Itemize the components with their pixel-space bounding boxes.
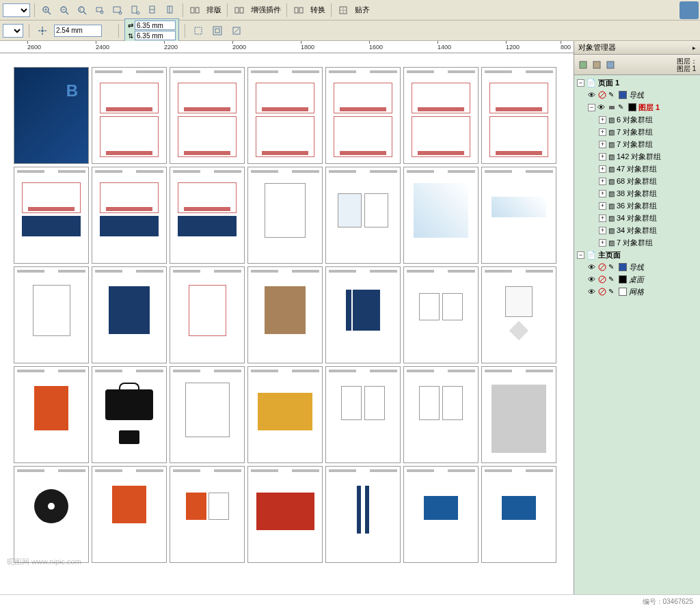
tree-group[interactable]: +▧47 对象群组 bbox=[576, 163, 699, 175]
panel-title-bar[interactable]: 对象管理器 ▸ bbox=[574, 41, 700, 55]
zoom-out-icon[interactable] bbox=[57, 3, 72, 18]
tree-grid[interactable]: 👁✎网格 bbox=[576, 286, 699, 298]
thumb-page[interactable] bbox=[170, 67, 245, 164]
expand-icon[interactable]: + bbox=[599, 190, 606, 197]
collapse-icon[interactable]: − bbox=[577, 251, 584, 259]
tree-group[interactable]: +▧7 对象群组 bbox=[576, 126, 699, 138]
color-swatch[interactable] bbox=[619, 288, 627, 296]
convert-menu-icon[interactable] bbox=[291, 3, 306, 18]
snap-label[interactable]: 贴齐 bbox=[355, 5, 370, 15]
pencil-icon[interactable]: ✎ bbox=[608, 288, 617, 296]
thumb-page[interactable] bbox=[325, 167, 401, 264]
expand-icon[interactable]: + bbox=[599, 116, 606, 124]
noprint-icon[interactable] bbox=[598, 275, 606, 284]
plugin-menu-icon[interactable] bbox=[232, 3, 247, 18]
eye-icon[interactable]: 👁 bbox=[588, 288, 596, 296]
tree-group[interactable]: +▧7 对象群组 bbox=[576, 236, 699, 249]
collapse-icon[interactable]: − bbox=[588, 104, 595, 111]
thumb-page[interactable] bbox=[403, 266, 479, 363]
color-swatch[interactable] bbox=[619, 263, 627, 271]
tree-page1[interactable]: −📄页面 1 bbox=[576, 77, 699, 89]
tree-group[interactable]: +▧34 对象群组 bbox=[576, 212, 699, 224]
tree-group[interactable]: +▧6 对象群组 bbox=[576, 113, 699, 126]
thumb-page[interactable] bbox=[14, 167, 89, 264]
zoom-100-icon[interactable]: 1 bbox=[75, 3, 90, 18]
thumb-page[interactable] bbox=[247, 67, 323, 164]
expand-icon[interactable]: + bbox=[599, 165, 606, 173]
thumb-page[interactable] bbox=[247, 466, 323, 563]
thumb-page[interactable] bbox=[247, 167, 323, 264]
dup-x-input[interactable] bbox=[135, 20, 176, 30]
zoom-in-icon[interactable] bbox=[39, 3, 54, 18]
pencil-icon[interactable]: ✎ bbox=[608, 263, 617, 271]
thumb-page[interactable] bbox=[481, 167, 556, 264]
zoom-all-icon[interactable] bbox=[110, 3, 125, 18]
tree-layer1[interactable]: −👁✎图层 1 bbox=[576, 101, 699, 113]
canvas-area[interactable]: 2600 2400 2200 2000 1800 1600 1400 1200 … bbox=[0, 41, 574, 594]
layout-label[interactable]: 排版 bbox=[206, 5, 221, 15]
dup-y-input[interactable] bbox=[135, 31, 176, 40]
thumb-page[interactable] bbox=[325, 67, 401, 164]
thumb-page[interactable] bbox=[170, 266, 245, 363]
print-icon[interactable] bbox=[608, 103, 616, 111]
thumb-page[interactable] bbox=[403, 466, 479, 563]
thumb-page[interactable] bbox=[481, 266, 556, 363]
tree-group[interactable]: +▧38 对象群组 bbox=[576, 187, 699, 199]
bounding-box-icon[interactable] bbox=[210, 23, 225, 38]
tree-guides[interactable]: 👁✎导线 bbox=[576, 89, 699, 101]
thumb-page[interactable] bbox=[247, 266, 323, 363]
show-properties-icon[interactable] bbox=[577, 59, 589, 71]
thumb-page[interactable] bbox=[403, 167, 479, 264]
edit-scale-icon[interactable] bbox=[229, 23, 244, 38]
pencil-icon[interactable]: ✎ bbox=[618, 103, 626, 111]
thumb-page[interactable] bbox=[403, 67, 479, 164]
pencil-icon[interactable]: ✎ bbox=[608, 275, 617, 284]
thumb-page[interactable] bbox=[325, 366, 401, 463]
thumb-page[interactable] bbox=[247, 366, 323, 463]
thumb-page[interactable] bbox=[92, 67, 167, 164]
tree-group[interactable]: +▧34 对象群组 bbox=[576, 224, 699, 236]
expand-icon[interactable]: + bbox=[599, 128, 606, 136]
zoom-width-icon[interactable] bbox=[146, 3, 161, 18]
thumb-page[interactable] bbox=[170, 167, 245, 264]
object-tree[interactable]: −📄页面 1 👁✎导线 −👁✎图层 1 +▧6 对象群组+▧7 对象群组+▧7 … bbox=[574, 75, 700, 594]
eye-icon[interactable]: 👁 bbox=[588, 275, 596, 284]
eye-icon[interactable]: 👁 bbox=[597, 103, 606, 111]
thumb-page[interactable] bbox=[403, 366, 479, 463]
thumb-page[interactable] bbox=[14, 266, 89, 363]
units-dropdown[interactable] bbox=[3, 3, 30, 17]
edit-across-layers-icon[interactable] bbox=[591, 59, 603, 71]
anchor-dropdown[interactable] bbox=[3, 24, 23, 38]
treat-as-filled-icon[interactable] bbox=[191, 23, 206, 38]
expand-icon[interactable]: + bbox=[599, 215, 606, 222]
thumb-page[interactable] bbox=[325, 266, 401, 363]
thumb-page[interactable] bbox=[481, 466, 556, 563]
plugin-label[interactable]: 增强插件 bbox=[251, 5, 281, 15]
color-swatch[interactable] bbox=[628, 103, 636, 111]
zoom-page-icon[interactable] bbox=[128, 3, 143, 18]
thumb-page[interactable] bbox=[14, 366, 89, 463]
tree-master-page[interactable]: −📄主页面 bbox=[576, 249, 699, 261]
thumb-cover[interactable]: B bbox=[14, 67, 89, 164]
expand-icon[interactable]: + bbox=[599, 202, 606, 210]
noprint-icon[interactable] bbox=[598, 91, 606, 99]
thumb-page[interactable] bbox=[92, 266, 167, 363]
tree-group[interactable]: +▧68 对象群组 bbox=[576, 175, 699, 187]
snap-menu-icon[interactable] bbox=[336, 3, 351, 18]
expand-icon[interactable]: + bbox=[599, 141, 606, 148]
tree-master-guides[interactable]: 👁✎导线 bbox=[576, 261, 699, 273]
layer-manager-view-icon[interactable] bbox=[604, 59, 617, 71]
color-swatch[interactable] bbox=[619, 91, 627, 99]
pencil-icon[interactable]: ✎ bbox=[608, 91, 617, 99]
zoom-height-icon[interactable] bbox=[163, 3, 178, 18]
thumb-page[interactable] bbox=[92, 466, 167, 563]
expand-icon[interactable]: + bbox=[599, 239, 606, 247]
thumb-page[interactable] bbox=[170, 366, 245, 463]
zoom-selection-icon[interactable] bbox=[92, 3, 107, 18]
tree-group[interactable]: +▧142 对象群组 bbox=[576, 150, 699, 163]
expand-icon[interactable]: + bbox=[599, 227, 606, 234]
thumb-page[interactable] bbox=[14, 466, 89, 563]
thumb-page[interactable] bbox=[481, 366, 556, 463]
expand-icon[interactable]: + bbox=[599, 153, 606, 161]
noprint-icon[interactable] bbox=[598, 288, 606, 296]
